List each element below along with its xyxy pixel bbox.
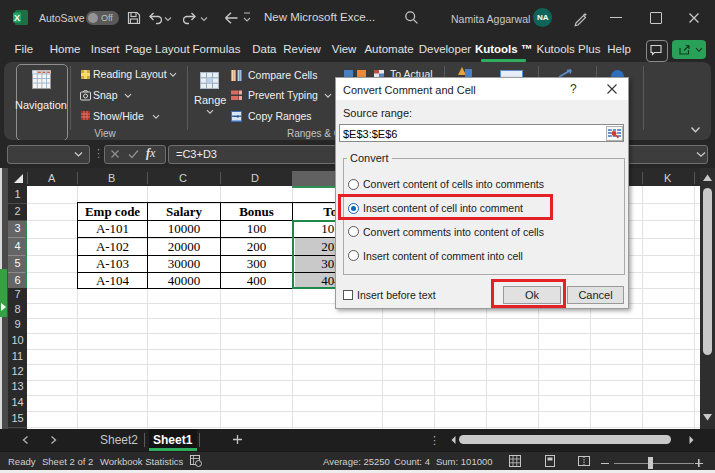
svg-text:X: X — [14, 13, 20, 23]
